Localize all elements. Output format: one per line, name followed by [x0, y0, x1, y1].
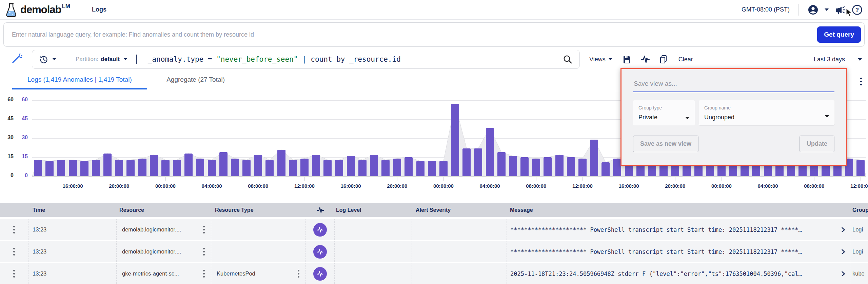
- chart-bar[interactable]: [381, 160, 390, 177]
- chart-bar[interactable]: [370, 155, 378, 177]
- partition-value[interactable]: default: [101, 56, 120, 63]
- chart-bar[interactable]: [138, 159, 146, 176]
- anomalies-pulse-icon[interactable]: [640, 55, 651, 64]
- chart-bar[interactable]: [265, 160, 274, 177]
- announcements-icon[interactable]: [835, 5, 846, 15]
- chart-bar[interactable]: [289, 160, 297, 177]
- chart-bar[interactable]: [544, 157, 552, 176]
- tab-logs[interactable]: Logs (1,419 Anomalies | 1,419 Total): [12, 69, 147, 89]
- natural-language-query-input[interactable]: [4, 31, 817, 38]
- expand-row-chevron-icon[interactable]: [841, 226, 846, 234]
- table-row[interactable]: 13:23demolab.logicmonitor....***********…: [0, 241, 868, 262]
- table-row[interactable]: 13:23demolab.logicmonitor....***********…: [0, 219, 868, 240]
- magic-wand-icon[interactable]: [11, 53, 22, 66]
- chart-bar[interactable]: [578, 159, 587, 176]
- chart-bar[interactable]: [57, 160, 65, 177]
- header-groups[interactable]: Groups: [851, 207, 868, 213]
- query-input-box[interactable]: Partition: default _anomaly.type = "neve…: [32, 50, 580, 69]
- chart-bar[interactable]: [555, 155, 564, 177]
- time-range-selector[interactable]: Last 3 days: [814, 56, 862, 63]
- expand-row-chevron-icon[interactable]: [841, 248, 846, 256]
- chart-bar[interactable]: [69, 160, 77, 177]
- query-text[interactable]: _anomaly.type = "never_before_seen" | co…: [148, 55, 401, 63]
- header-alert-severity[interactable]: Alert Severity: [412, 207, 507, 213]
- expand-row-chevron-icon[interactable]: [841, 270, 846, 278]
- copy-icon[interactable]: [659, 55, 668, 64]
- chart-bar[interactable]: [474, 148, 482, 176]
- chart-bar[interactable]: [532, 159, 540, 176]
- row-kebab-icon[interactable]: [202, 224, 206, 235]
- chart-bar[interactable]: [45, 161, 54, 176]
- chart-bar[interactable]: [103, 154, 112, 176]
- chart-bar[interactable]: [80, 161, 88, 176]
- get-query-button[interactable]: Get query: [817, 26, 861, 43]
- search-icon[interactable]: [563, 54, 573, 64]
- user-menu-caret-icon[interactable]: [825, 8, 829, 11]
- chart-bar[interactable]: [231, 159, 239, 176]
- chart-bar[interactable]: [347, 156, 355, 176]
- chart-bar[interactable]: [254, 155, 262, 177]
- user-avatar-icon[interactable]: [808, 4, 818, 15]
- header-resource-type[interactable]: Resource Type: [211, 207, 306, 213]
- table-row[interactable]: 13:23gke-metrics-agent-sc...KubernetesPo…: [0, 263, 868, 284]
- chart-bar[interactable]: [520, 157, 529, 176]
- header-message[interactable]: Message: [507, 207, 851, 213]
- chart-bar[interactable]: [601, 162, 610, 176]
- chart-bar[interactable]: [115, 160, 123, 177]
- chart-bar[interactable]: [34, 160, 42, 177]
- save-as-new-view-button[interactable]: Save as new view: [633, 136, 698, 152]
- update-button[interactable]: Update: [800, 136, 834, 152]
- chart-bar[interactable]: [613, 159, 621, 176]
- chart-bar[interactable]: [590, 140, 598, 176]
- anomaly-badge-icon[interactable]: [313, 245, 327, 259]
- chart-bar[interactable]: [161, 160, 170, 177]
- chart-bar[interactable]: [196, 159, 204, 176]
- views-button[interactable]: Views: [589, 56, 612, 63]
- chart-bar[interactable]: [184, 154, 193, 176]
- nav-item-logs[interactable]: Logs: [92, 6, 106, 13]
- anomaly-badge-icon[interactable]: [313, 223, 327, 237]
- timezone-label[interactable]: GMT-08:00 (PST): [742, 6, 790, 13]
- chart-bar[interactable]: [405, 157, 413, 176]
- group-name-select[interactable]: Group name Ungrouped: [699, 100, 834, 125]
- chart-bar[interactable]: [150, 155, 158, 177]
- chart-bar[interactable]: [312, 155, 320, 177]
- chart-bar[interactable]: [856, 160, 865, 177]
- chart-bar[interactable]: [335, 160, 343, 177]
- chart-bar[interactable]: [451, 104, 459, 176]
- chart-bar[interactable]: [358, 160, 367, 177]
- row-kebab-icon[interactable]: [296, 268, 301, 279]
- row-kebab-icon[interactable]: [202, 268, 206, 279]
- chart-bar[interactable]: [462, 148, 471, 176]
- chart-bar[interactable]: [92, 160, 100, 177]
- chart-bar[interactable]: [439, 161, 448, 176]
- row-kebab-icon[interactable]: [12, 224, 16, 235]
- chart-bar[interactable]: [126, 160, 135, 177]
- chart-bar[interactable]: [416, 161, 425, 176]
- chart-bar[interactable]: [208, 160, 216, 177]
- brand-logo[interactable]: demolab LM: [5, 2, 70, 18]
- row-kebab-icon[interactable]: [202, 246, 206, 257]
- header-time[interactable]: Time: [28, 207, 117, 213]
- anomaly-badge-icon[interactable]: [313, 267, 327, 281]
- clear-button[interactable]: Clear: [678, 56, 693, 63]
- row-kebab-icon[interactable]: [12, 268, 16, 279]
- chart-bar[interactable]: [219, 152, 228, 176]
- help-icon[interactable]: ?: [852, 4, 863, 15]
- chart-bar[interactable]: [567, 157, 575, 176]
- header-anomaly-pulse-icon[interactable]: [306, 206, 335, 214]
- chart-bar[interactable]: [497, 152, 506, 176]
- chart-bar[interactable]: [428, 161, 436, 176]
- chart-bar[interactable]: [173, 160, 181, 177]
- save-view-icon[interactable]: [622, 55, 632, 64]
- header-resource[interactable]: Resource: [117, 207, 211, 213]
- chart-bar[interactable]: [277, 150, 285, 176]
- chart-bar[interactable]: [323, 160, 332, 177]
- chart-bar[interactable]: [509, 156, 517, 176]
- chart-bar[interactable]: [486, 128, 494, 176]
- tab-aggregate[interactable]: Aggregate (27 Total): [151, 69, 240, 88]
- group-type-select[interactable]: Group type Private: [633, 100, 695, 125]
- row-kebab-icon[interactable]: [12, 246, 16, 257]
- tab-overflow-kebab-icon[interactable]: [859, 76, 863, 87]
- chart-bar[interactable]: [300, 159, 309, 176]
